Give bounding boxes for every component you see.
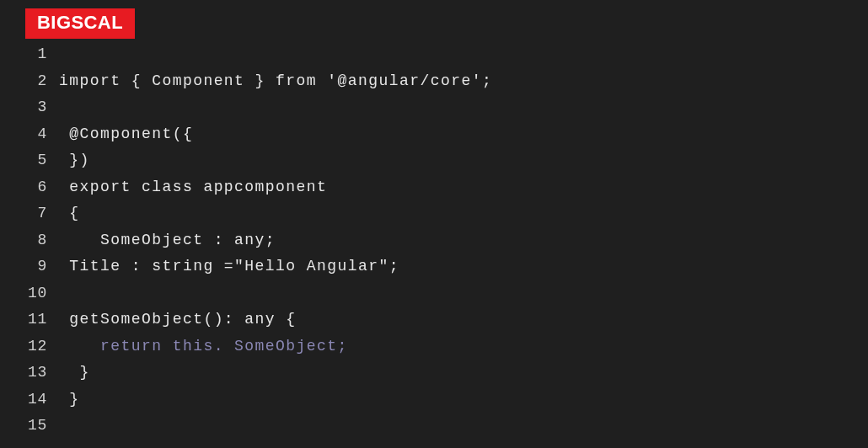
code-line: 13 } [17, 364, 851, 391]
code-text: import { Component } from '@angular/core… [59, 72, 492, 89]
line-number: 8 [17, 232, 47, 248]
code-line: 2 import { Component } from '@angular/co… [17, 72, 851, 99]
logo-container: BIGSCAL [25, 8, 135, 39]
line-number: 4 [17, 125, 47, 142]
code-line: 3 [17, 99, 851, 125]
line-number: 2 [17, 72, 47, 89]
code-line: 6 export class appcomponent [17, 179, 851, 205]
code-line: 4 @Component({ [17, 125, 851, 152]
code-text: @Component({ [59, 125, 193, 142]
code-line: 15 [17, 417, 851, 444]
code-line: 8 SomeObject : any; [17, 232, 851, 259]
code-line: 11 getSomeObject(): any { [17, 311, 851, 338]
code-editor: 1 2 import { Component } from '@angular/… [17, 45, 851, 444]
line-number: 9 [17, 258, 47, 275]
line-number: 13 [17, 364, 47, 381]
brand-logo: BIGSCAL [25, 8, 135, 39]
code-text: { [59, 205, 79, 221]
code-text: Title : string ="Hello Angular"; [59, 258, 399, 275]
code-text: SomeObject : any; [59, 232, 276, 248]
line-number: 5 [17, 152, 47, 168]
line-number: 6 [17, 179, 47, 195]
code-line: 5 }) [17, 152, 851, 179]
code-line: 1 [17, 45, 851, 72]
code-text [59, 338, 100, 355]
code-text: } [59, 391, 79, 408]
line-number: 7 [17, 205, 47, 221]
line-number: 10 [17, 285, 47, 301]
line-number: 12 [17, 338, 47, 355]
code-line: 12 return this. SomeObject; [17, 338, 851, 365]
code-text: getSomeObject(): any { [59, 311, 297, 328]
code-text: export class appcomponent [59, 179, 327, 195]
line-number: 14 [17, 391, 47, 408]
code-line: 7 { [17, 205, 851, 232]
code-text: }) [59, 152, 90, 168]
code-text: } [59, 364, 90, 381]
line-number: 15 [17, 417, 47, 434]
code-line: 9 Title : string ="Hello Angular"; [17, 258, 851, 285]
code-text-muted: return this. SomeObject; [100, 338, 348, 355]
code-line: 14 } [17, 391, 851, 418]
line-number: 1 [17, 45, 47, 62]
code-line: 10 [17, 285, 851, 312]
line-number: 3 [17, 99, 47, 115]
line-number: 11 [17, 311, 47, 328]
